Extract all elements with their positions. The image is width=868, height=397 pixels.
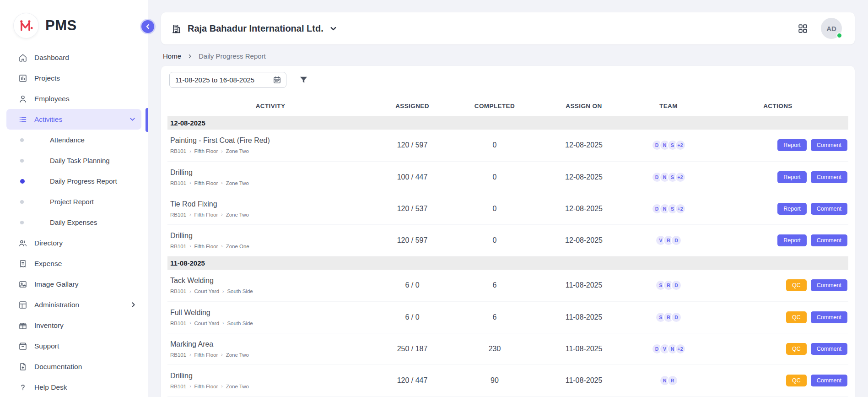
- activity-row: Painting - First Coat (Fire Red)RB101›Fi…: [167, 130, 848, 161]
- sidebar-item-inventory[interactable]: Inventory: [0, 315, 148, 336]
- team-more-badge[interactable]: +2: [675, 172, 686, 183]
- topbar-right: AD: [798, 18, 842, 39]
- qc-button[interactable]: QC: [786, 375, 807, 386]
- chevron-right-icon: [187, 54, 193, 59]
- team-avatar-stack: SRD: [655, 280, 682, 291]
- team-more-badge[interactable]: +2: [675, 343, 686, 354]
- column-header-assigned: ASSIGNED: [373, 96, 451, 116]
- assign-on-date: 11-08-2025: [538, 301, 630, 333]
- content-card: 11-08-2025 to 16-08-2025: [161, 66, 855, 397]
- filter-funnel-icon[interactable]: [299, 75, 308, 85]
- assigned-value: 120 / 447: [373, 364, 451, 396]
- team-avatar-stack: DVN+2: [652, 343, 686, 354]
- logo-row: PMS: [0, 0, 148, 38]
- comment-button[interactable]: Comment: [811, 234, 847, 246]
- sidebar-subitem-daily-expenses[interactable]: Daily Expenses: [0, 212, 148, 233]
- sidebar-subitem-project-report[interactable]: Project Report: [0, 191, 148, 212]
- report-button[interactable]: Report: [777, 203, 807, 215]
- sidebar-item-projects[interactable]: Projects: [0, 68, 148, 88]
- team-member-avatar[interactable]: R: [667, 375, 678, 386]
- sidebar: PMS DashboardProjectsEmployeesActivities…: [0, 0, 148, 397]
- main-area: Raja Bahadur International Ltd. AD: [148, 0, 868, 397]
- report-button[interactable]: Report: [777, 171, 807, 183]
- location-crumb: RB101: [170, 352, 186, 358]
- sidebar-item-employees[interactable]: Employees: [0, 88, 148, 109]
- location-crumb: Fifth Floor: [194, 352, 218, 358]
- team-member-avatar[interactable]: D: [671, 312, 682, 323]
- employees-icon: [18, 94, 27, 103]
- sidebar-item-administration[interactable]: Administration: [0, 294, 148, 315]
- sidebar-item-expense[interactable]: Expense: [0, 253, 148, 274]
- location-crumb: Zone One: [226, 244, 249, 249]
- activity-location-path: RB101›Fifth Floor›Zone One: [170, 244, 373, 249]
- assigned-value: 6 / 0: [373, 270, 451, 301]
- activity-title: Marking Area: [170, 340, 373, 348]
- team-member-avatar[interactable]: D: [671, 235, 682, 246]
- sidebar-item-directory[interactable]: Directory: [0, 233, 148, 253]
- sidebar-item-label: Projects: [34, 74, 60, 82]
- date-range-input[interactable]: 11-08-2025 to 16-08-2025: [169, 72, 286, 88]
- user-avatar[interactable]: AD: [821, 18, 842, 39]
- assign-on-date: 11-08-2025: [538, 333, 630, 364]
- comment-button[interactable]: Comment: [811, 171, 847, 183]
- sidebar-nav: DashboardProjectsEmployeesActivitiesAtte…: [0, 38, 148, 397]
- completed-value: 0: [451, 193, 538, 224]
- projects-icon: [18, 74, 27, 83]
- team-more-badge[interactable]: +2: [675, 203, 686, 214]
- comment-button[interactable]: Comment: [811, 203, 847, 215]
- location-crumb: Fifth Floor: [194, 244, 218, 249]
- team-member-avatar[interactable]: D: [671, 280, 682, 291]
- sidebar-subitem-attendance[interactable]: Attendance: [0, 130, 148, 150]
- breadcrumb: Home Daily Progress Report: [161, 44, 855, 66]
- team-more-badge[interactable]: +2: [675, 140, 686, 151]
- qc-button[interactable]: QC: [786, 343, 807, 355]
- comment-button[interactable]: Comment: [811, 375, 847, 386]
- location-crumb: Zone Two: [226, 352, 249, 358]
- chevron-separator: ›: [189, 352, 191, 357]
- documentation-icon: [18, 362, 27, 371]
- location-crumb: Zone Two: [226, 148, 249, 154]
- location-crumb: RB101: [170, 384, 186, 389]
- location-crumb: South Side: [227, 321, 253, 326]
- sidebar-item-label: Inventory: [34, 321, 64, 330]
- sidebar-item-documentation[interactable]: Documentation: [0, 356, 148, 377]
- completed-value: 6: [451, 270, 538, 301]
- company-selector[interactable]: Raja Bahadur International Ltd.: [171, 23, 337, 34]
- breadcrumb-home[interactable]: Home: [163, 52, 181, 60]
- qc-button[interactable]: QC: [786, 279, 807, 291]
- sidebar-item-support[interactable]: Support: [0, 336, 148, 356]
- sidebar-item-help-desk[interactable]: Help Desk: [0, 377, 148, 397]
- comment-button[interactable]: Comment: [811, 279, 847, 291]
- support-icon: [18, 342, 27, 351]
- sidebar-subitem-label: Attendance: [50, 136, 85, 144]
- activity-title: Painting - First Coat (Fire Red): [170, 136, 373, 145]
- sidebar-item-dashboard[interactable]: Dashboard: [0, 47, 148, 68]
- sidebar-subitem-daily-task-planning[interactable]: Daily Task Planning: [0, 150, 148, 171]
- activity-location-path: RB101›Court Yard›South Side: [170, 288, 373, 294]
- column-header-activity: ACTIVITY: [167, 96, 373, 116]
- sidebar-item-image-gallary[interactable]: Image Gallary: [0, 274, 148, 294]
- activity-title: Tack Welding: [170, 277, 373, 285]
- sidebar-collapse-button[interactable]: [141, 20, 154, 33]
- app-name: PMS: [45, 17, 77, 34]
- sidebar-item-activities[interactable]: Activities: [6, 109, 141, 130]
- sidebar-subitem-daily-progress-report[interactable]: Daily Progress Report: [0, 171, 148, 191]
- comment-button[interactable]: Comment: [811, 343, 847, 355]
- comment-button[interactable]: Comment: [811, 311, 847, 323]
- comment-button[interactable]: Comment: [811, 139, 847, 151]
- sidebar-item-label: Administration: [34, 301, 79, 309]
- assigned-value: 120 / 537: [373, 193, 451, 224]
- location-crumb: RB101: [170, 148, 186, 154]
- team-avatar-stack: VRD: [655, 235, 682, 246]
- date-range-value: 11-08-2025 to 16-08-2025: [175, 76, 254, 84]
- date-group-row: 12-08-2025: [167, 116, 848, 130]
- report-button[interactable]: Report: [777, 234, 807, 246]
- avatar-initials: AD: [826, 25, 836, 33]
- apps-grid-icon[interactable]: [798, 23, 808, 34]
- location-crumb: Court Yard: [194, 321, 220, 326]
- activity-location-path: RB101›Fifth Floor›Zone Two: [170, 148, 373, 154]
- report-button[interactable]: Report: [777, 139, 807, 151]
- qc-button[interactable]: QC: [786, 311, 807, 323]
- sidebar-item-label: Image Gallary: [34, 280, 78, 288]
- chevron-separator: ›: [189, 384, 191, 389]
